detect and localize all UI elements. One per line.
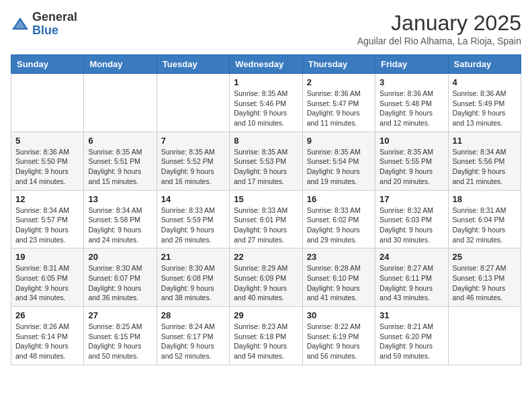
day-info: Sunrise: 8:36 AM Sunset: 5:48 PM Dayligh…	[380, 89, 443, 128]
day-number: 2	[307, 77, 371, 87]
day-number: 20	[88, 252, 152, 262]
calendar-cell: 4Sunrise: 8:36 AM Sunset: 5:49 PM Daylig…	[448, 74, 521, 132]
day-info: Sunrise: 8:21 AM Sunset: 6:20 PM Dayligh…	[380, 322, 443, 361]
calendar-cell: 23Sunrise: 8:28 AM Sunset: 6:10 PM Dayli…	[302, 248, 375, 307]
logo-general: General	[32, 10, 77, 24]
day-number: 23	[307, 252, 371, 262]
calendar-cell: 20Sunrise: 8:30 AM Sunset: 6:07 PM Dayli…	[84, 248, 157, 307]
calendar-header-monday: Monday	[84, 55, 157, 74]
calendar-week-row: 5Sunrise: 8:36 AM Sunset: 5:50 PM Daylig…	[11, 132, 521, 190]
day-number: 9	[307, 136, 371, 146]
day-info: Sunrise: 8:35 AM Sunset: 5:54 PM Dayligh…	[307, 147, 371, 187]
calendar-cell: 27Sunrise: 8:25 AM Sunset: 6:15 PM Dayli…	[84, 307, 157, 365]
day-number: 6	[88, 136, 152, 146]
day-info: Sunrise: 8:32 AM Sunset: 6:03 PM Dayligh…	[380, 205, 443, 245]
day-number: 31	[380, 310, 443, 320]
calendar-cell: 8Sunrise: 8:35 AM Sunset: 5:53 PM Daylig…	[230, 132, 302, 190]
day-info: Sunrise: 8:29 AM Sunset: 6:09 PM Dayligh…	[234, 263, 298, 303]
calendar-cell: 3Sunrise: 8:36 AM Sunset: 5:48 PM Daylig…	[375, 74, 448, 132]
day-number: 18	[453, 194, 517, 204]
day-info: Sunrise: 8:34 AM Sunset: 5:58 PM Dayligh…	[88, 205, 152, 245]
calendar-cell: 6Sunrise: 8:35 AM Sunset: 5:51 PM Daylig…	[84, 132, 157, 190]
calendar-header-row: SundayMondayTuesdayWednesdayThursdayFrid…	[11, 55, 521, 74]
day-info: Sunrise: 8:34 AM Sunset: 5:56 PM Dayligh…	[453, 147, 517, 187]
day-info: Sunrise: 8:26 AM Sunset: 6:14 PM Dayligh…	[15, 322, 79, 361]
calendar-header-thursday: Thursday	[302, 55, 375, 74]
day-number: 5	[15, 136, 79, 146]
calendar-cell: 12Sunrise: 8:34 AM Sunset: 5:57 PM Dayli…	[11, 190, 84, 248]
day-info: Sunrise: 8:35 AM Sunset: 5:53 PM Dayligh…	[234, 147, 298, 187]
day-number: 29	[234, 310, 298, 320]
calendar-week-row: 19Sunrise: 8:31 AM Sunset: 6:05 PM Dayli…	[11, 248, 521, 307]
calendar-cell: 7Sunrise: 8:35 AM Sunset: 5:52 PM Daylig…	[157, 132, 229, 190]
calendar-cell: 15Sunrise: 8:33 AM Sunset: 6:01 PM Dayli…	[230, 190, 302, 248]
calendar-cell: 16Sunrise: 8:33 AM Sunset: 6:02 PM Dayli…	[302, 190, 375, 248]
day-number: 11	[453, 136, 517, 146]
calendar-cell: 28Sunrise: 8:24 AM Sunset: 6:17 PM Dayli…	[157, 307, 229, 365]
calendar-cell	[157, 74, 229, 132]
calendar-header-saturday: Saturday	[448, 55, 521, 74]
calendar-cell: 21Sunrise: 8:30 AM Sunset: 6:08 PM Dayli…	[157, 248, 229, 307]
calendar-cell: 19Sunrise: 8:31 AM Sunset: 6:05 PM Dayli…	[11, 248, 84, 307]
day-info: Sunrise: 8:33 AM Sunset: 5:59 PM Dayligh…	[161, 205, 225, 245]
calendar-cell: 25Sunrise: 8:27 AM Sunset: 6:13 PM Dayli…	[448, 248, 521, 307]
day-info: Sunrise: 8:33 AM Sunset: 6:01 PM Dayligh…	[234, 205, 298, 245]
day-info: Sunrise: 8:22 AM Sunset: 6:19 PM Dayligh…	[307, 322, 371, 361]
calendar-cell: 29Sunrise: 8:23 AM Sunset: 6:18 PM Dayli…	[230, 307, 302, 365]
day-number: 15	[234, 194, 298, 204]
logo-icon	[11, 15, 30, 34]
calendar-cell: 24Sunrise: 8:27 AM Sunset: 6:11 PM Dayli…	[375, 248, 448, 307]
day-number: 14	[161, 194, 225, 204]
calendar-week-row: 1Sunrise: 8:35 AM Sunset: 5:46 PM Daylig…	[11, 74, 521, 132]
day-info: Sunrise: 8:34 AM Sunset: 5:57 PM Dayligh…	[15, 205, 79, 245]
day-number: 25	[453, 252, 517, 262]
calendar-table: SundayMondayTuesdayWednesdayThursdayFrid…	[11, 54, 521, 365]
calendar-cell: 30Sunrise: 8:22 AM Sunset: 6:19 PM Dayli…	[302, 307, 375, 365]
day-info: Sunrise: 8:36 AM Sunset: 5:50 PM Dayligh…	[15, 147, 79, 187]
day-number: 27	[88, 310, 152, 320]
calendar-header-wednesday: Wednesday	[230, 55, 302, 74]
day-number: 4	[453, 77, 517, 87]
day-info: Sunrise: 8:35 AM Sunset: 5:51 PM Dayligh…	[88, 147, 152, 187]
day-number: 24	[380, 252, 443, 262]
logo: General Blue	[11, 11, 77, 38]
day-number: 19	[15, 252, 79, 262]
day-info: Sunrise: 8:30 AM Sunset: 6:07 PM Dayligh…	[88, 263, 152, 303]
calendar-cell	[11, 74, 84, 132]
calendar-week-row: 12Sunrise: 8:34 AM Sunset: 5:57 PM Dayli…	[11, 190, 521, 248]
day-number: 21	[161, 252, 225, 262]
calendar-header-tuesday: Tuesday	[157, 55, 229, 74]
logo-blue: Blue	[32, 24, 58, 37]
calendar-header-sunday: Sunday	[11, 55, 84, 74]
calendar-cell: 17Sunrise: 8:32 AM Sunset: 6:03 PM Dayli…	[375, 190, 448, 248]
day-info: Sunrise: 8:31 AM Sunset: 6:05 PM Dayligh…	[15, 263, 79, 303]
day-info: Sunrise: 8:30 AM Sunset: 6:08 PM Dayligh…	[161, 263, 225, 303]
calendar-cell: 11Sunrise: 8:34 AM Sunset: 5:56 PM Dayli…	[448, 132, 521, 190]
day-number: 7	[161, 136, 225, 146]
calendar-cell: 22Sunrise: 8:29 AM Sunset: 6:09 PM Dayli…	[230, 248, 302, 307]
page-header: General Blue January 2025 Aguilar del Ri…	[11, 11, 521, 46]
day-info: Sunrise: 8:33 AM Sunset: 6:02 PM Dayligh…	[307, 205, 371, 245]
day-info: Sunrise: 8:35 AM Sunset: 5:46 PM Dayligh…	[234, 89, 298, 128]
calendar-cell: 14Sunrise: 8:33 AM Sunset: 5:59 PM Dayli…	[157, 190, 229, 248]
calendar-cell: 9Sunrise: 8:35 AM Sunset: 5:54 PM Daylig…	[302, 132, 375, 190]
day-info: Sunrise: 8:28 AM Sunset: 6:10 PM Dayligh…	[307, 263, 371, 303]
day-number: 28	[161, 310, 225, 320]
day-number: 3	[380, 77, 443, 87]
day-info: Sunrise: 8:27 AM Sunset: 6:11 PM Dayligh…	[380, 263, 443, 303]
title-block: January 2025 Aguilar del Rio Alhama, La …	[357, 11, 521, 46]
logo-text: General Blue	[32, 11, 77, 38]
day-info: Sunrise: 8:25 AM Sunset: 6:15 PM Dayligh…	[88, 322, 152, 361]
day-number: 30	[307, 310, 371, 320]
calendar-cell	[448, 307, 521, 365]
calendar-cell: 1Sunrise: 8:35 AM Sunset: 5:46 PM Daylig…	[230, 74, 302, 132]
day-number: 16	[307, 194, 371, 204]
day-number: 12	[15, 194, 79, 204]
location-subtitle: Aguilar del Rio Alhama, La Rioja, Spain	[357, 36, 521, 46]
calendar-cell: 5Sunrise: 8:36 AM Sunset: 5:50 PM Daylig…	[11, 132, 84, 190]
day-info: Sunrise: 8:27 AM Sunset: 6:13 PM Dayligh…	[453, 263, 517, 303]
day-info: Sunrise: 8:36 AM Sunset: 5:47 PM Dayligh…	[307, 89, 371, 128]
day-number: 1	[234, 77, 298, 87]
calendar-cell: 13Sunrise: 8:34 AM Sunset: 5:58 PM Dayli…	[84, 190, 157, 248]
calendar-cell	[84, 74, 157, 132]
